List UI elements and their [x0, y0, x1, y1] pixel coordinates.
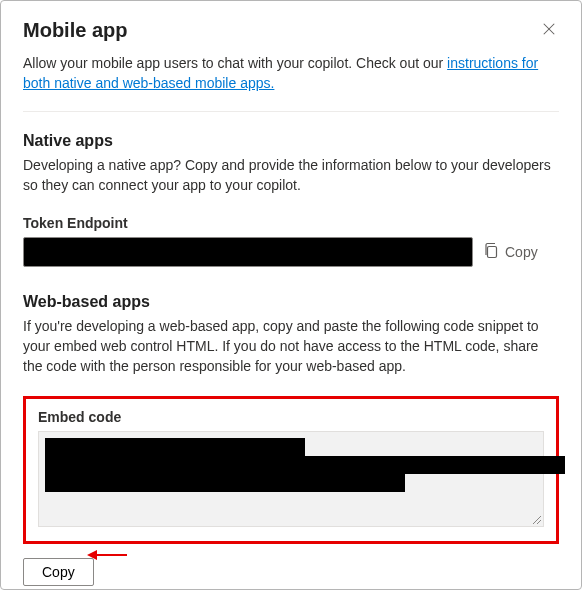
token-endpoint-input[interactable]	[23, 237, 473, 267]
copy-button[interactable]: Copy	[23, 558, 94, 586]
redaction-block	[45, 456, 565, 474]
section-divider	[23, 111, 559, 112]
copy-icon	[483, 242, 499, 263]
redaction-block	[45, 474, 405, 492]
web-apps-title: Web-based apps	[23, 293, 559, 311]
redaction-block	[45, 438, 305, 456]
native-apps-title: Native apps	[23, 132, 559, 150]
embed-callout: Embed code	[23, 396, 559, 544]
intro-text: Allow your mobile app users to chat with…	[23, 54, 559, 93]
svg-rect-2	[488, 246, 497, 257]
dialog-title: Mobile app	[23, 19, 127, 42]
token-copy-label: Copy	[505, 244, 538, 260]
token-row: Copy	[23, 237, 559, 267]
intro-prefix: Allow your mobile app users to chat with…	[23, 55, 447, 71]
close-icon[interactable]	[539, 19, 559, 39]
arrow-annotation-icon	[87, 548, 127, 565]
token-endpoint-label: Token Endpoint	[23, 215, 559, 231]
mobile-app-dialog: Mobile app Allow your mobile app users t…	[0, 0, 582, 590]
dialog-header: Mobile app	[23, 19, 559, 42]
svg-marker-6	[87, 550, 97, 560]
token-copy-link[interactable]: Copy	[483, 242, 538, 263]
embed-wrapper	[38, 431, 544, 527]
web-apps-desc: If you're developing a web-based app, co…	[23, 317, 559, 376]
native-apps-desc: Developing a native app? Copy and provid…	[23, 156, 559, 195]
embed-code-label: Embed code	[38, 409, 544, 425]
